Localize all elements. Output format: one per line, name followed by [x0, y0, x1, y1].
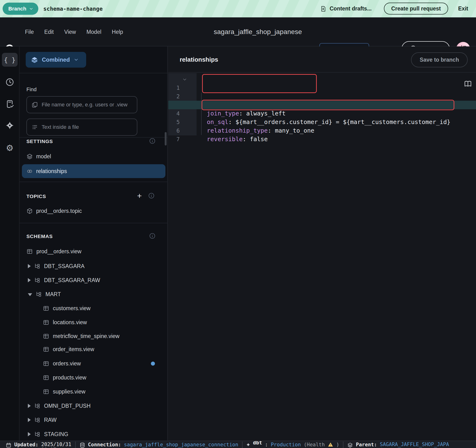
- content-drafts-button[interactable]: Content drafts...: [320, 0, 372, 17]
- sidebar-item-model[interactable]: model: [22, 149, 165, 163]
- text-search-field[interactable]: [26, 119, 137, 136]
- tree-item-mart[interactable]: MART: [20, 287, 168, 301]
- content-drafts-label: Content drafts...: [330, 6, 372, 12]
- connection-link[interactable]: sagara_jaffle_shop_japanese_connection: [124, 442, 238, 448]
- code-line[interactable]: 3 join_type: always_left: [168, 92, 476, 101]
- schemas-section-header: SCHEMAS: [26, 233, 53, 239]
- menu-bar: File Edit View Model Help: [25, 17, 123, 46]
- caret-right-icon[interactable]: [28, 264, 31, 268]
- caret-right-icon[interactable]: [28, 418, 31, 422]
- topics-section-header: TOPICS: [26, 193, 46, 199]
- rail-item-model-ide[interactable]: { }: [2, 53, 18, 67]
- table-icon: [43, 333, 49, 340]
- parent-model-link[interactable]: SAGARA_JAFFLE_SHOP_JAPA: [380, 442, 449, 447]
- divider: [75, 442, 76, 448]
- text-lines-icon: [32, 124, 38, 130]
- settings-header-icons: [149, 138, 156, 144]
- code-line[interactable]: 7: [168, 126, 476, 135]
- chevron-down-icon: [29, 6, 34, 11]
- layers-icon: [26, 153, 33, 160]
- tree-item-locations-view[interactable]: locations.view: [20, 315, 168, 329]
- tree-item-label: DBT_SSAGARA: [44, 263, 85, 269]
- menu-help[interactable]: Help: [112, 29, 123, 35]
- menu-view[interactable]: View: [64, 29, 76, 35]
- divider: [242, 442, 243, 448]
- tree-item-label: supplies.view: [53, 388, 85, 395]
- tree-item-prod-orders-view[interactable]: prod__orders.view: [20, 244, 168, 258]
- sidebar: Combined Find SETTINGS model relationshi…: [20, 46, 168, 441]
- table-icon: [43, 319, 49, 326]
- menu-file[interactable]: File: [25, 29, 34, 35]
- fold-chevron-icon[interactable]: [182, 77, 187, 82]
- rail-item-dbt[interactable]: [2, 119, 18, 132]
- tree-item-label: RAW: [44, 417, 57, 423]
- caret-right-icon[interactable]: [28, 404, 31, 408]
- info-icon[interactable]: [149, 138, 156, 144]
- divider: [343, 442, 343, 448]
- rail-item-settings[interactable]: ⚙: [2, 141, 18, 155]
- rail-item-history[interactable]: [2, 75, 18, 89]
- sidebar-item-relationships[interactable]: relationships: [22, 164, 165, 178]
- sidebar-item-label: prod__orders.topic: [36, 208, 82, 214]
- caret-down-icon[interactable]: [28, 293, 32, 296]
- tree-item-order-items-view[interactable]: order_items.view: [20, 342, 168, 356]
- dbt-health-suffix: ): [336, 442, 339, 448]
- updated-date: 2025/10/31: [41, 442, 71, 447]
- tree-item-orders-view[interactable]: orders.view: [20, 357, 168, 370]
- tree-item-label: DBT_SSAGARA_RAW: [44, 277, 100, 284]
- tree-item-products-view[interactable]: products.view: [20, 371, 168, 385]
- code-editor[interactable]: 1 -join_from_view: mart__orders 2 join_t…: [168, 73, 476, 398]
- add-topic-button[interactable]: +: [137, 192, 142, 200]
- code-line[interactable]: 2 join_to_view: mart__customers: [168, 84, 476, 92]
- menu-model[interactable]: Model: [86, 29, 101, 35]
- exit-button[interactable]: Exit: [458, 0, 468, 17]
- save-to-branch-button[interactable]: Save to branch: [411, 52, 468, 67]
- mode-dropdown[interactable]: Combined: [26, 52, 86, 68]
- info-icon[interactable]: [149, 233, 156, 239]
- branch-dropdown[interactable]: Branch: [3, 3, 38, 15]
- mode-dropdown-label: Combined: [42, 57, 70, 63]
- rail-item-validation[interactable]: [2, 97, 18, 111]
- code-line[interactable]: 1 -join_from_view: mart__orders: [168, 75, 476, 84]
- tree-item-omni-dbt-push[interactable]: OMNI_DBT_PUSH: [20, 399, 168, 413]
- parent-label: Parent:: [356, 442, 377, 448]
- dbt-icon: [6, 121, 14, 130]
- file-copy-icon: [32, 102, 38, 108]
- code-line-highlighted[interactable]: 4 on_sql: ${mart__orders.customer_id} = …: [168, 101, 476, 109]
- status-dbt: dbt : Production (Health ! ): [246, 442, 339, 448]
- tree-item-dbt-ssagara-raw[interactable]: DBT_SSAGARA_RAW: [20, 273, 168, 287]
- calendar-icon: [6, 442, 11, 448]
- caret-right-icon[interactable]: [28, 278, 31, 282]
- sidebar-item-prod-orders-topic[interactable]: prod__orders.topic: [22, 204, 165, 218]
- tree-item-staging[interactable]: STAGING: [20, 427, 168, 441]
- info-icon[interactable]: [148, 192, 155, 199]
- schemas-header-icons: [149, 233, 156, 239]
- menu-edit[interactable]: Edit: [44, 29, 54, 35]
- branch-banner: Branch schema-name-change Content drafts…: [0, 0, 476, 17]
- braces-icon: { }: [4, 56, 16, 63]
- file-search-field[interactable]: [26, 96, 137, 113]
- tree-item-customers-view[interactable]: customers.view: [20, 301, 168, 315]
- editor-panel: relationships Save to branch 1 -join_fro…: [168, 46, 476, 441]
- docs-book-icon[interactable]: [464, 80, 472, 88]
- tree-item-metricflow-time-spine-view[interactable]: metricflow_time_spine.view: [20, 329, 168, 343]
- dbt-label: dbt: [253, 441, 262, 446]
- sidebar-item-label: relationships: [36, 168, 67, 175]
- code-line[interactable]: 5 relationship_type: many_to_one: [168, 109, 476, 118]
- file-search-input[interactable]: [42, 102, 132, 108]
- layers-icon: [31, 56, 38, 63]
- caret-right-icon[interactable]: [28, 432, 31, 436]
- connection-label: Connection:: [88, 442, 121, 448]
- dbt-environment-link[interactable]: Production: [271, 442, 301, 448]
- tree-item-dbt-ssagara[interactable]: DBT_SSAGARA: [20, 259, 168, 273]
- tree-item-label: customers.view: [53, 305, 91, 312]
- clock-icon: [5, 78, 14, 87]
- code-line[interactable]: 6 reversible: false: [168, 118, 476, 126]
- tree-item-supplies-view[interactable]: supplies.view: [20, 385, 168, 398]
- text-search-input[interactable]: [42, 124, 132, 130]
- create-pull-request-button[interactable]: Create pull request: [384, 3, 448, 15]
- editor-header: relationships Save to branch: [168, 46, 476, 73]
- schema-tree-icon: [34, 403, 40, 409]
- tree-item-raw[interactable]: RAW: [20, 413, 168, 427]
- sidebar-scrollbar[interactable]: [165, 132, 167, 145]
